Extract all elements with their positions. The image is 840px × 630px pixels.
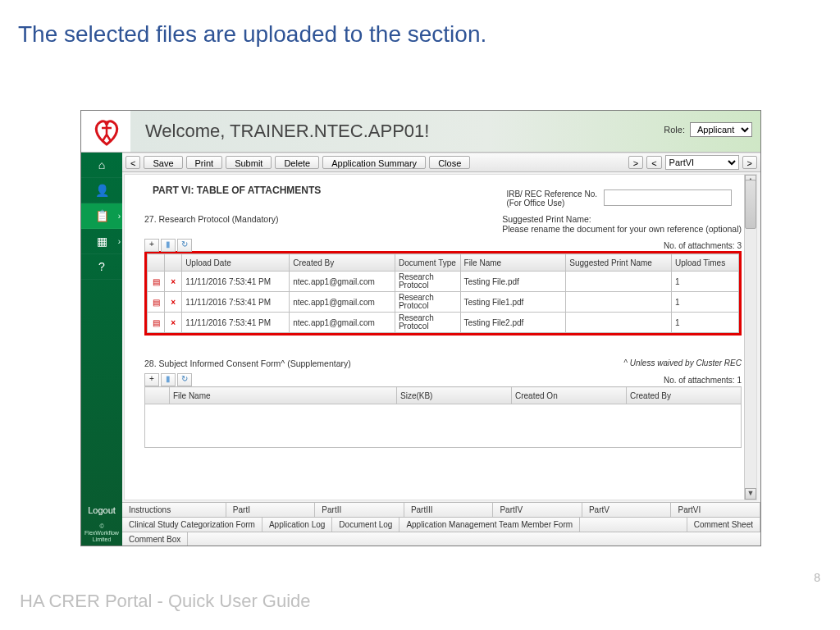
col-delete	[165, 254, 182, 272]
nav-grid-icon[interactable]: ▦›	[81, 229, 122, 254]
col-created-by-28: Created By	[627, 387, 742, 404]
col-upload-times: Upload Times	[672, 254, 739, 272]
tab-part3[interactable]: PartIII	[404, 503, 494, 517]
role-label: Role:	[664, 125, 685, 135]
content-area: PART VI: TABLE OF ATTACHMENTS IRB/ REC R…	[124, 174, 757, 500]
app-summary-button[interactable]: Application Summary	[322, 156, 426, 169]
cell-doc-type: Research Protocol	[395, 272, 460, 292]
refresh-button[interactable]: ↻	[177, 239, 192, 252]
table-row[interactable]: ×11/11/2016 7:53:41 PMntec.app1@gmail.co…	[148, 272, 739, 292]
table-row[interactable]: ×11/11/2016 7:53:41 PMntec.app1@gmail.co…	[148, 292, 739, 313]
tabs-comment: Comment Box	[122, 532, 760, 546]
toolbar: < Save Print Submit Delete Application S…	[122, 153, 760, 172]
attachment-count-28: No. of attachments: 1	[664, 376, 742, 385]
part-select[interactable]: PartVI	[665, 155, 739, 170]
part-go-button[interactable]: >	[742, 156, 757, 169]
refresh-button-28[interactable]: ↻	[177, 373, 192, 386]
part-prev-button[interactable]: <	[646, 156, 661, 169]
cell-print-name	[566, 313, 672, 333]
col-icon-28	[145, 387, 170, 404]
save-row-button-28[interactable]: ▮	[161, 373, 176, 386]
tab-part5[interactable]: PartV	[582, 503, 672, 517]
cell-file-name: Testing File.pdf	[460, 272, 566, 292]
ref-number-row: IRB/ REC Reference No. (For Office Use)	[506, 189, 732, 208]
section-27-hint-body: Please rename the document for your own …	[502, 224, 742, 234]
nav-prev-button[interactable]: <	[126, 156, 140, 169]
col-icon	[148, 254, 165, 272]
cell-created-by: ntec.app1@gmail.com	[290, 272, 395, 292]
tab-doc-log[interactable]: Document Log	[332, 518, 399, 532]
ref-label: IRB/ REC Reference No. (For Office Use)	[506, 189, 597, 208]
cell-upload-times: 1	[672, 292, 739, 313]
print-button[interactable]: Print	[186, 156, 223, 169]
scrollbar[interactable]: ▲ ▼	[744, 175, 756, 500]
col-print-name: Suggested Print Name	[566, 254, 672, 272]
pdf-icon[interactable]	[151, 298, 161, 307]
cell-upload-date: 11/11/2016 7:53:41 PM	[182, 313, 290, 333]
nav-user-icon[interactable]: 👤	[81, 178, 122, 203]
tab-app-log[interactable]: Application Log	[262, 518, 332, 532]
highlighted-attachments: Upload Date Created By Document Type Fil…	[144, 251, 742, 336]
cell-upload-times: 1	[672, 272, 739, 292]
table-row	[145, 404, 742, 448]
cell-file-name: Testing File2.pdf	[460, 313, 566, 333]
col-upload-date: Upload Date	[182, 254, 290, 272]
logout-link[interactable]: Logout	[81, 500, 122, 520]
section-27-label: 27. Research Protocol (Mandatory)	[144, 214, 278, 224]
cell-upload-times: 1	[672, 313, 739, 333]
delete-row-icon[interactable]: ×	[171, 318, 176, 327]
delete-button[interactable]: Delete	[275, 156, 319, 169]
tab-part6[interactable]: PartVI	[671, 503, 760, 517]
role-select[interactable]: Applicant	[690, 122, 752, 137]
scroll-thumb[interactable]	[745, 180, 756, 229]
tab-comment-sheet[interactable]: Comment Sheet	[687, 518, 760, 532]
add-row-button[interactable]: +	[144, 239, 159, 252]
section-28-note: ^ Unless waived by Cluster REC	[623, 358, 742, 368]
cell-print-name	[566, 272, 672, 292]
app-screenshot: Welcome, TRAINER.NTEC.APP01! Role: Appli…	[80, 110, 761, 546]
nav-home-icon[interactable]: ⌂	[81, 153, 122, 178]
tab-clinical-study[interactable]: Clinical Study Categorization Form	[122, 518, 262, 532]
ref-number-input[interactable]	[604, 189, 732, 206]
save-row-button[interactable]: ▮	[161, 239, 176, 252]
tab-instructions[interactable]: Instructions	[122, 503, 226, 517]
chevron-right-icon: ›	[118, 237, 121, 246]
tabs-parts: Instructions PartI PartII PartIII PartIV…	[122, 502, 760, 517]
cell-print-name	[566, 292, 672, 313]
slide-footer: HA CRER Portal - Quick User Guide	[20, 591, 311, 612]
tab-comment-box[interactable]: Comment Box	[122, 532, 188, 546]
section-27-hint-title: Suggested Print Name:	[502, 214, 742, 224]
attachments-table-27: Upload Date Created By Document Type Fil…	[147, 253, 739, 333]
part-next-button[interactable]: >	[628, 156, 643, 169]
tab-part1[interactable]: PartI	[226, 503, 316, 517]
delete-row-icon[interactable]: ×	[171, 277, 176, 286]
save-button[interactable]: Save	[144, 156, 182, 169]
pdf-icon[interactable]	[151, 318, 161, 327]
tab-team-form[interactable]: Application Management Team Member Form	[399, 518, 580, 532]
tabs-forms: Clinical Study Categorization Form Appli…	[122, 517, 760, 532]
pdf-icon[interactable]	[151, 277, 161, 286]
cell-file-name: Testing File1.pdf	[460, 292, 566, 313]
col-size-28: Size(KB)	[397, 387, 512, 404]
nav-help-icon[interactable]: ?	[81, 254, 122, 280]
submit-button[interactable]: Submit	[226, 156, 272, 169]
copyright: © FlexWorkflow Limited	[81, 520, 122, 546]
add-row-button-28[interactable]: +	[144, 373, 159, 386]
scroll-down-icon[interactable]: ▼	[745, 488, 756, 500]
nav-clipboard-icon[interactable]: 📋›	[81, 203, 122, 229]
attachments-table-28: File Name Size(KB) Created On Created By	[144, 386, 742, 448]
attachment-count-27: No. of attachments: 3	[664, 241, 742, 250]
slide-title: The selected files are uploaded to the s…	[18, 21, 486, 48]
welcome-text: Welcome, TRAINER.NTEC.APP01!	[145, 121, 429, 142]
col-created-by: Created By	[290, 254, 395, 272]
table-row[interactable]: ×11/11/2016 7:53:41 PMntec.app1@gmail.co…	[148, 313, 739, 333]
tab-part4[interactable]: PartIV	[493, 503, 582, 517]
cell-upload-date: 11/11/2016 7:53:41 PM	[182, 272, 290, 292]
chevron-right-icon: ›	[118, 212, 121, 221]
delete-row-icon[interactable]: ×	[171, 298, 176, 307]
col-file-name: File Name	[460, 254, 566, 272]
close-button[interactable]: Close	[429, 156, 470, 169]
sidebar: ⌂ 👤 📋› ▦› ? Logout © FlexWorkflow Limite…	[81, 153, 122, 546]
col-created-on-28: Created On	[512, 387, 627, 404]
tab-part2[interactable]: PartII	[315, 503, 404, 517]
